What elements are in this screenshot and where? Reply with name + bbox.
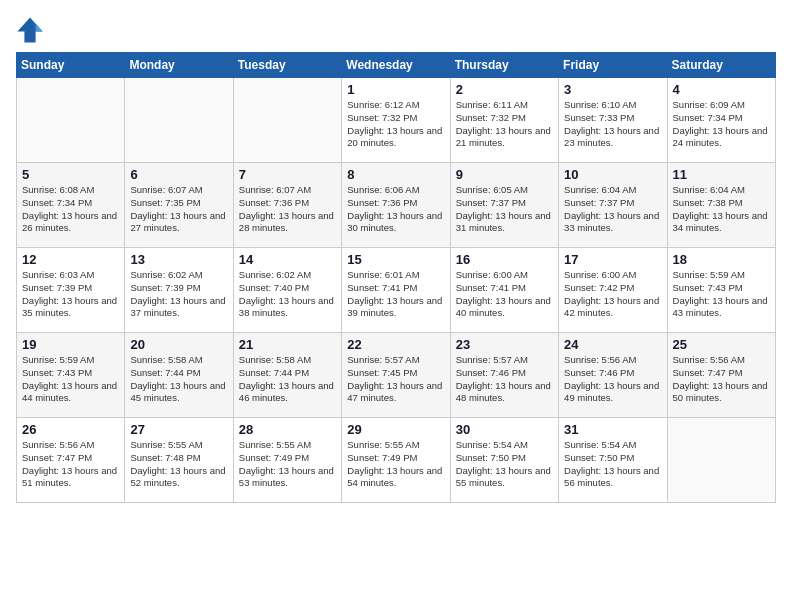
calendar-header-row: SundayMondayTuesdayWednesdayThursdayFrid… xyxy=(17,53,776,78)
day-info: Sunrise: 6:00 AMSunset: 7:42 PMDaylight:… xyxy=(564,269,661,320)
calendar-week-3: 12Sunrise: 6:03 AMSunset: 7:39 PMDayligh… xyxy=(17,248,776,333)
calendar-cell: 3Sunrise: 6:10 AMSunset: 7:33 PMDaylight… xyxy=(559,78,667,163)
calendar-cell: 5Sunrise: 6:08 AMSunset: 7:34 PMDaylight… xyxy=(17,163,125,248)
day-info: Sunrise: 6:10 AMSunset: 7:33 PMDaylight:… xyxy=(564,99,661,150)
calendar-cell: 21Sunrise: 5:58 AMSunset: 7:44 PMDayligh… xyxy=(233,333,341,418)
day-info: Sunrise: 5:56 AMSunset: 7:46 PMDaylight:… xyxy=(564,354,661,405)
calendar-week-4: 19Sunrise: 5:59 AMSunset: 7:43 PMDayligh… xyxy=(17,333,776,418)
calendar-table: SundayMondayTuesdayWednesdayThursdayFrid… xyxy=(16,52,776,503)
page-header xyxy=(16,16,776,44)
calendar-week-5: 26Sunrise: 5:56 AMSunset: 7:47 PMDayligh… xyxy=(17,418,776,503)
calendar-cell: 15Sunrise: 6:01 AMSunset: 7:41 PMDayligh… xyxy=(342,248,450,333)
calendar-week-2: 5Sunrise: 6:08 AMSunset: 7:34 PMDaylight… xyxy=(17,163,776,248)
calendar-cell: 6Sunrise: 6:07 AMSunset: 7:35 PMDaylight… xyxy=(125,163,233,248)
day-number: 28 xyxy=(239,422,336,437)
calendar-cell xyxy=(17,78,125,163)
day-number: 18 xyxy=(673,252,770,267)
header-wednesday: Wednesday xyxy=(342,53,450,78)
day-info: Sunrise: 5:57 AMSunset: 7:45 PMDaylight:… xyxy=(347,354,444,405)
calendar-cell: 16Sunrise: 6:00 AMSunset: 7:41 PMDayligh… xyxy=(450,248,558,333)
day-number: 19 xyxy=(22,337,119,352)
day-info: Sunrise: 6:02 AMSunset: 7:40 PMDaylight:… xyxy=(239,269,336,320)
day-info: Sunrise: 5:59 AMSunset: 7:43 PMDaylight:… xyxy=(673,269,770,320)
day-number: 6 xyxy=(130,167,227,182)
calendar-cell: 29Sunrise: 5:55 AMSunset: 7:49 PMDayligh… xyxy=(342,418,450,503)
day-info: Sunrise: 5:58 AMSunset: 7:44 PMDaylight:… xyxy=(239,354,336,405)
day-info: Sunrise: 6:01 AMSunset: 7:41 PMDaylight:… xyxy=(347,269,444,320)
day-number: 30 xyxy=(456,422,553,437)
header-sunday: Sunday xyxy=(17,53,125,78)
calendar-cell: 14Sunrise: 6:02 AMSunset: 7:40 PMDayligh… xyxy=(233,248,341,333)
day-info: Sunrise: 6:02 AMSunset: 7:39 PMDaylight:… xyxy=(130,269,227,320)
day-info: Sunrise: 5:58 AMSunset: 7:44 PMDaylight:… xyxy=(130,354,227,405)
calendar-cell: 1Sunrise: 6:12 AMSunset: 7:32 PMDaylight… xyxy=(342,78,450,163)
calendar-week-1: 1Sunrise: 6:12 AMSunset: 7:32 PMDaylight… xyxy=(17,78,776,163)
day-number: 16 xyxy=(456,252,553,267)
calendar-cell: 24Sunrise: 5:56 AMSunset: 7:46 PMDayligh… xyxy=(559,333,667,418)
day-number: 3 xyxy=(564,82,661,97)
svg-marker-1 xyxy=(36,23,43,31)
calendar-cell: 8Sunrise: 6:06 AMSunset: 7:36 PMDaylight… xyxy=(342,163,450,248)
calendar-cell: 30Sunrise: 5:54 AMSunset: 7:50 PMDayligh… xyxy=(450,418,558,503)
day-number: 15 xyxy=(347,252,444,267)
header-thursday: Thursday xyxy=(450,53,558,78)
day-info: Sunrise: 5:54 AMSunset: 7:50 PMDaylight:… xyxy=(564,439,661,490)
logo-icon xyxy=(16,16,44,44)
day-info: Sunrise: 5:55 AMSunset: 7:49 PMDaylight:… xyxy=(347,439,444,490)
day-info: Sunrise: 5:54 AMSunset: 7:50 PMDaylight:… xyxy=(456,439,553,490)
day-number: 22 xyxy=(347,337,444,352)
header-friday: Friday xyxy=(559,53,667,78)
calendar-cell: 19Sunrise: 5:59 AMSunset: 7:43 PMDayligh… xyxy=(17,333,125,418)
day-info: Sunrise: 6:04 AMSunset: 7:38 PMDaylight:… xyxy=(673,184,770,235)
header-monday: Monday xyxy=(125,53,233,78)
day-number: 9 xyxy=(456,167,553,182)
day-info: Sunrise: 6:05 AMSunset: 7:37 PMDaylight:… xyxy=(456,184,553,235)
day-info: Sunrise: 6:07 AMSunset: 7:35 PMDaylight:… xyxy=(130,184,227,235)
day-number: 20 xyxy=(130,337,227,352)
day-number: 29 xyxy=(347,422,444,437)
calendar-cell: 9Sunrise: 6:05 AMSunset: 7:37 PMDaylight… xyxy=(450,163,558,248)
day-number: 7 xyxy=(239,167,336,182)
day-number: 27 xyxy=(130,422,227,437)
day-info: Sunrise: 5:56 AMSunset: 7:47 PMDaylight:… xyxy=(673,354,770,405)
day-number: 4 xyxy=(673,82,770,97)
day-number: 11 xyxy=(673,167,770,182)
calendar-cell: 27Sunrise: 5:55 AMSunset: 7:48 PMDayligh… xyxy=(125,418,233,503)
calendar-cell xyxy=(233,78,341,163)
day-info: Sunrise: 6:11 AMSunset: 7:32 PMDaylight:… xyxy=(456,99,553,150)
calendar-cell: 7Sunrise: 6:07 AMSunset: 7:36 PMDaylight… xyxy=(233,163,341,248)
day-number: 24 xyxy=(564,337,661,352)
calendar-cell: 17Sunrise: 6:00 AMSunset: 7:42 PMDayligh… xyxy=(559,248,667,333)
calendar-cell: 13Sunrise: 6:02 AMSunset: 7:39 PMDayligh… xyxy=(125,248,233,333)
day-info: Sunrise: 5:55 AMSunset: 7:48 PMDaylight:… xyxy=(130,439,227,490)
day-number: 26 xyxy=(22,422,119,437)
calendar-cell: 25Sunrise: 5:56 AMSunset: 7:47 PMDayligh… xyxy=(667,333,775,418)
calendar-cell: 18Sunrise: 5:59 AMSunset: 7:43 PMDayligh… xyxy=(667,248,775,333)
day-info: Sunrise: 5:57 AMSunset: 7:46 PMDaylight:… xyxy=(456,354,553,405)
calendar-cell: 22Sunrise: 5:57 AMSunset: 7:45 PMDayligh… xyxy=(342,333,450,418)
day-number: 17 xyxy=(564,252,661,267)
header-saturday: Saturday xyxy=(667,53,775,78)
calendar-cell xyxy=(125,78,233,163)
day-number: 31 xyxy=(564,422,661,437)
day-number: 21 xyxy=(239,337,336,352)
calendar-cell: 12Sunrise: 6:03 AMSunset: 7:39 PMDayligh… xyxy=(17,248,125,333)
day-number: 23 xyxy=(456,337,553,352)
day-number: 13 xyxy=(130,252,227,267)
calendar-cell: 4Sunrise: 6:09 AMSunset: 7:34 PMDaylight… xyxy=(667,78,775,163)
day-info: Sunrise: 6:12 AMSunset: 7:32 PMDaylight:… xyxy=(347,99,444,150)
day-info: Sunrise: 5:56 AMSunset: 7:47 PMDaylight:… xyxy=(22,439,119,490)
calendar-cell xyxy=(667,418,775,503)
day-info: Sunrise: 6:06 AMSunset: 7:36 PMDaylight:… xyxy=(347,184,444,235)
day-info: Sunrise: 6:09 AMSunset: 7:34 PMDaylight:… xyxy=(673,99,770,150)
day-number: 8 xyxy=(347,167,444,182)
day-number: 10 xyxy=(564,167,661,182)
day-number: 5 xyxy=(22,167,119,182)
day-number: 14 xyxy=(239,252,336,267)
calendar-cell: 28Sunrise: 5:55 AMSunset: 7:49 PMDayligh… xyxy=(233,418,341,503)
day-info: Sunrise: 6:07 AMSunset: 7:36 PMDaylight:… xyxy=(239,184,336,235)
day-number: 1 xyxy=(347,82,444,97)
calendar-cell: 2Sunrise: 6:11 AMSunset: 7:32 PMDaylight… xyxy=(450,78,558,163)
day-info: Sunrise: 6:00 AMSunset: 7:41 PMDaylight:… xyxy=(456,269,553,320)
header-tuesday: Tuesday xyxy=(233,53,341,78)
